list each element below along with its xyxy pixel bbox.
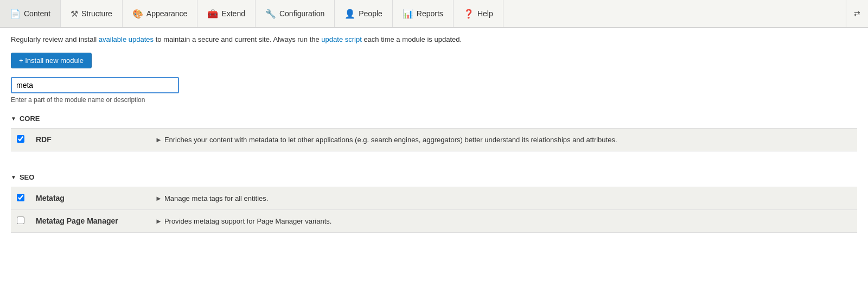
metatag-page-manager-module-name: Metatag Page Manager	[36, 217, 118, 225]
metatag-checkbox[interactable]	[17, 194, 24, 201]
appearance-icon: 🎨	[132, 9, 143, 19]
seo-section-label: SEO	[20, 173, 34, 181]
extend-icon: 🧰	[207, 9, 218, 19]
toggle-icon: ⇄	[854, 9, 860, 18]
available-updates-link[interactable]: available updates	[99, 35, 154, 43]
nav-content[interactable]: 📄 Content	[0, 0, 61, 27]
nav-reports[interactable]: 📊 Reports	[393, 0, 454, 27]
content-icon: 📄	[10, 9, 21, 19]
core-collapse-icon[interactable]: ▼	[11, 116, 16, 122]
nav-structure[interactable]: ⚒ Structure	[61, 0, 123, 27]
core-section-label: CORE	[20, 115, 40, 123]
rdf-desc-arrow: ►	[155, 136, 162, 144]
configuration-icon: 🔧	[265, 9, 276, 19]
search-hint: Enter a part of the module name or descr…	[11, 96, 857, 104]
rdf-checkbox[interactable]	[17, 135, 24, 143]
metatag-page-manager-desc-arrow: ►	[155, 217, 162, 225]
metatag-module-description: Manage meta tags for all entities.	[164, 194, 269, 202]
people-icon: 👤	[344, 9, 355, 19]
module-filter-input[interactable]	[11, 77, 179, 93]
table-row: Metatag ►Manage meta tags for all entiti…	[11, 187, 857, 210]
help-icon: ❓	[463, 9, 474, 19]
structure-icon: ⚒	[71, 9, 78, 19]
section-seo-header: ▼ SEO	[11, 173, 857, 181]
nav-extend[interactable]: 🧰 Extend	[197, 0, 256, 27]
rdf-module-name: RDF	[36, 135, 52, 144]
rdf-module-description: Enriches your content with metadata to l…	[164, 136, 617, 144]
table-row: Metatag Page Manager ►Provides metatag s…	[11, 210, 857, 232]
seo-module-table: Metatag ►Manage meta tags for all entiti…	[11, 187, 857, 233]
table-row: RDF ►Enriches your content with metadata…	[11, 128, 857, 151]
install-new-module-button[interactable]: + Install new module	[11, 53, 92, 68]
top-navigation: 📄 Content ⚒ Structure 🎨 Appearance 🧰 Ext…	[0, 0, 868, 28]
nav-right-toggle[interactable]: ⇄	[846, 0, 868, 27]
nav-people[interactable]: 👤 People	[335, 0, 393, 27]
metatag-page-manager-module-description: Provides metatag support for Page Manage…	[164, 217, 332, 225]
seo-collapse-icon[interactable]: ▼	[11, 174, 16, 180]
section-core-header: ▼ CORE	[11, 115, 857, 123]
metatag-desc-arrow: ►	[155, 194, 162, 202]
metatag-page-manager-checkbox[interactable]	[17, 217, 24, 224]
update-script-link[interactable]: update script	[321, 35, 361, 43]
main-content: Regularly review and install available u…	[0, 28, 868, 255]
info-line: Regularly review and install available u…	[11, 34, 857, 45]
metatag-module-name: Metatag	[36, 194, 65, 202]
core-module-table: RDF ►Enriches your content with metadata…	[11, 128, 857, 151]
nav-configuration[interactable]: 🔧 Configuration	[256, 0, 335, 27]
nav-appearance[interactable]: 🎨 Appearance	[123, 0, 198, 27]
nav-help[interactable]: ❓ Help	[454, 0, 503, 27]
reports-icon: 📊	[403, 9, 413, 19]
